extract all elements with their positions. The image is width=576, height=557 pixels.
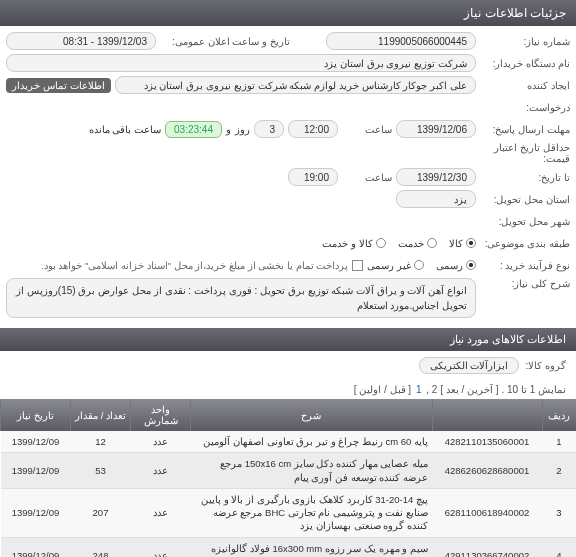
radio-dot-icon — [427, 238, 437, 248]
cell-code: 4286260628680001 — [432, 453, 542, 489]
budget-option-1[interactable]: خدمت — [398, 238, 437, 249]
cell-desc: میله عصایی مهار کننده دکل سایز 150x16 cm… — [191, 453, 433, 489]
lbl-budget: طبقه بندی موضوعی: — [480, 238, 570, 249]
panel-title: جزئیات اطلاعات نیاز — [0, 0, 576, 26]
lbl-hour1: ساعت — [342, 124, 392, 135]
cell-desc: پیچ 14-20-31 کاربرد کلاهک بازوی بارگیری … — [191, 488, 433, 537]
radio-dot-icon — [466, 260, 476, 270]
lbl-process: نوع فرآیند خرید : — [480, 260, 570, 271]
pager: نمایش 1 تا 10 . [ آخرین / بعد ] 2 , 1 [ … — [0, 380, 576, 399]
send-date-field: 1399/12/06 — [396, 120, 476, 138]
cell-qty: 53 — [71, 453, 131, 489]
lbl-send-deadline: مهلت ارسال پاسخ: — [480, 124, 570, 135]
buyer-field: شرکت توزیع نیروی برق استان یزد — [6, 54, 476, 72]
creator-field: علی اکبر جوکار کارشناس خرید لوازم شبکه ش… — [115, 76, 476, 94]
lbl-main-desc: شرح کلی نیاز: — [480, 278, 570, 289]
days-field: 3 — [254, 120, 284, 138]
radio-dot-icon — [466, 238, 476, 248]
budget-label-0: کالا — [449, 238, 463, 249]
process-option-1[interactable]: غیر رسمی — [367, 260, 424, 271]
budget-label-1: خدمت — [398, 238, 424, 249]
cell-code: 6281100618940002 — [432, 488, 542, 537]
send-hour-field: 12:00 — [288, 120, 338, 138]
lbl-group: گروه کالا: — [525, 360, 566, 371]
lbl-hour2: ساعت — [342, 172, 392, 183]
lbl-creator: ایجاد کننده — [480, 80, 570, 91]
lbl-and: و — [226, 124, 231, 135]
cell-desc: سیم و مهره یک سر رزوه 16x300 mm فولاد گا… — [191, 537, 433, 557]
lbl-public-time: تاریخ و ساعت اعلان عمومی: — [160, 36, 290, 47]
items-table: ردیفشرحواحد شمارشتعداد / مقدارتاریخ نیاز… — [0, 399, 576, 557]
lbl-city: شهر محل تحویل: — [480, 216, 570, 227]
cell-code: 4291130366740002 — [432, 537, 542, 557]
public-time-field: 1399/12/03 - 08:31 — [6, 32, 156, 50]
lbl-to-date: تا تاریخ: — [480, 172, 570, 183]
to-date-field: 1399/12/30 — [396, 168, 476, 186]
process-label-1: غیر رسمی — [367, 260, 411, 271]
cell-unit: عدد — [131, 453, 191, 489]
table-row: 24286260628680001میله عصایی مهار کننده د… — [1, 453, 577, 489]
cell-date: 1399/12/09 — [1, 488, 71, 537]
col-header-5: تاریخ نیاز — [1, 399, 71, 431]
col-header-1 — [432, 399, 542, 431]
to-hour-field: 19:00 — [288, 168, 338, 186]
main-desc-field: انواع آهن آلات و یراق آلات شبکه توزیع بر… — [6, 278, 476, 318]
cell-qty: 248 — [71, 537, 131, 557]
budget-option-0[interactable]: کالا — [449, 238, 476, 249]
cell-n: 2 — [542, 453, 576, 489]
lbl-min-validity: حداقل تاریخ اعتبار قیمت: — [480, 142, 570, 164]
budget-option-2[interactable]: کالا و خدمت — [322, 238, 386, 249]
need-no-field: 1199005066000445 — [326, 32, 476, 50]
cell-n: 4 — [542, 537, 576, 557]
process-option-0[interactable]: رسمی — [436, 260, 476, 271]
cell-desc: پایه cm 60 رنیط چراغ و تیر برق تعاونی اص… — [191, 431, 433, 453]
budget-label-2: کالا و خدمت — [322, 238, 373, 249]
province-field: یزد — [396, 190, 476, 208]
cell-unit: عدد — [131, 488, 191, 537]
table-row: 44291130366740002سیم و مهره یک سر رزوه 1… — [1, 537, 577, 557]
col-header-0: ردیف — [542, 399, 576, 431]
pager-text: نمایش 1 تا 10 . [ آخرین / بعد ] 2 , — [426, 384, 566, 395]
lbl-remaining: ساعت باقی مانده — [89, 124, 162, 135]
lbl-request: درخواست: — [480, 102, 570, 113]
cell-date: 1399/12/09 — [1, 453, 71, 489]
col-header-4: تعداد / مقدار — [71, 399, 131, 431]
table-row: 14282110135060001پایه cm 60 رنیط چراغ و … — [1, 431, 577, 453]
cell-n: 3 — [542, 488, 576, 537]
cell-date: 1399/12/09 — [1, 537, 71, 557]
lbl-province: استان محل تحویل: — [480, 194, 570, 205]
process-label-0: رسمی — [436, 260, 463, 271]
lbl-need-no: شماره نیاز: — [480, 36, 570, 47]
cell-code: 4282110135060001 — [432, 431, 542, 453]
table-row: 36281100618940002پیچ 14-20-31 کاربرد کلا… — [1, 488, 577, 537]
group-field: ابزارآلات الکتریکی — [419, 357, 520, 374]
pager-page-1[interactable]: 1 — [416, 384, 422, 395]
col-header-2: شرح — [191, 399, 433, 431]
pager-rest: [ قبل / اولین ] — [354, 384, 411, 395]
cell-qty: 207 — [71, 488, 131, 537]
timer-badge: 03:23:44 — [165, 121, 222, 138]
budget-radio-group: کالاخدمتکالا و خدمت — [322, 238, 476, 249]
cell-qty: 12 — [71, 431, 131, 453]
radio-dot-icon — [414, 260, 424, 270]
treasury-checkbox[interactable] — [352, 260, 363, 271]
col-header-3: واحد شمارش — [131, 399, 191, 431]
lbl-buyer: نام دستگاه خریدار: — [480, 58, 570, 69]
cell-unit: عدد — [131, 537, 191, 557]
cell-unit: عدد — [131, 431, 191, 453]
process-radio-group: رسمیغیر رسمی — [367, 260, 476, 271]
cell-n: 1 — [542, 431, 576, 453]
payment-note: پرداخت تمام یا بخشی از مبلغ خرید،از محل … — [6, 260, 348, 271]
radio-dot-icon — [376, 238, 386, 248]
items-header: اطلاعات کالاهای مورد نیاز — [0, 328, 576, 351]
cell-date: 1399/12/09 — [1, 431, 71, 453]
lbl-day: روز — [235, 124, 250, 135]
contact-button[interactable]: اطلاعات تماس خریدار — [6, 78, 111, 93]
